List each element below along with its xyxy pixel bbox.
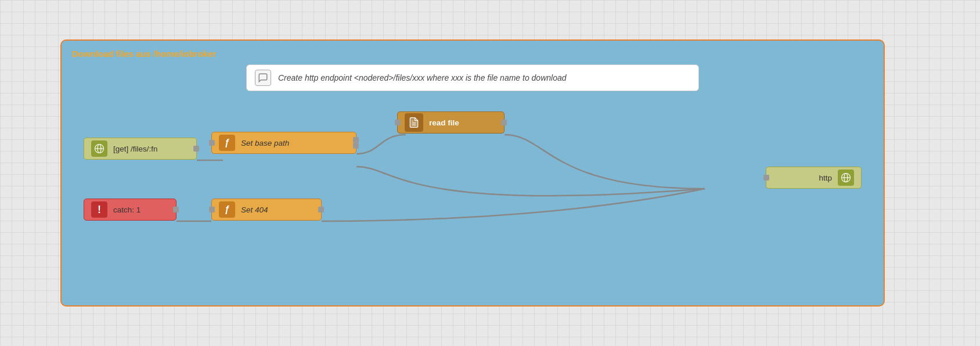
set-base-path-input-port <box>209 140 215 146</box>
conn-setbase-top-to-readfile <box>356 135 406 154</box>
set-404-input-port <box>209 207 215 212</box>
catch-icon: ! <box>91 201 107 218</box>
set-base-path-icon: ƒ <box>219 135 235 151</box>
canvas: Download files aus /home/iobroker Create… <box>26 22 954 324</box>
conn-readfile-to-http <box>505 135 705 189</box>
node-http-in[interactable]: [get] /files/:fn <box>84 138 197 160</box>
http-in-icon <box>91 140 107 157</box>
comment-node[interactable]: Create http endpoint <nodered>/files/xxx… <box>246 64 699 91</box>
group-title: Download files aus /home/iobroker <box>72 49 873 59</box>
conn-set404-to-http <box>322 189 705 221</box>
node-catch[interactable]: ! catch: 1 <box>84 199 176 221</box>
catch-output-port <box>173 207 179 212</box>
node-set-base-path[interactable]: ƒ Set base path <box>211 132 356 154</box>
set-base-path-label: Set base path <box>241 139 289 147</box>
catch-label: catch: 1 <box>113 206 140 214</box>
read-file-output-port <box>501 120 507 125</box>
http-in-output-port <box>193 146 199 152</box>
node-http-response[interactable]: http <box>766 167 862 189</box>
node-set-404[interactable]: ƒ Set 404 <box>211 199 322 221</box>
set-404-output-port <box>318 207 324 212</box>
comment-text: Create http endpoint <nodered>/files/xxx… <box>278 73 567 82</box>
http-in-label: [get] /files/:fn <box>113 145 158 153</box>
http-response-icon <box>838 170 854 186</box>
set-404-label: Set 404 <box>241 206 268 214</box>
read-file-input-port <box>395 120 401 125</box>
flow-area: [get] /files/:fn ƒ Set base path <box>72 103 873 300</box>
group-container: Download files aus /home/iobroker Create… <box>60 39 885 307</box>
comment-icon <box>255 70 271 86</box>
read-file-label: read file <box>429 118 459 127</box>
set-base-path-output-bottom-port <box>353 143 359 149</box>
http-response-label: http <box>773 174 832 182</box>
set-404-icon: ƒ <box>219 201 235 218</box>
conn-setbase-bot-to-http <box>356 167 705 196</box>
http-response-input-port <box>763 175 769 181</box>
read-file-icon <box>405 113 423 132</box>
set-base-path-output-top-port <box>353 137 359 143</box>
node-read-file[interactable]: read file <box>397 111 505 134</box>
